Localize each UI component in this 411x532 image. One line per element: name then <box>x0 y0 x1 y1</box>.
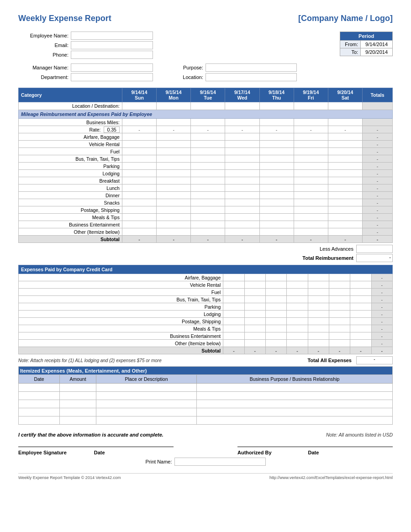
itemized-col-purpose: Business Purpose / Business Relationship <box>197 375 393 384</box>
row-parking2: Parking- <box>19 303 393 311</box>
col-thu: 9/18/14Thu <box>259 88 294 102</box>
signature-section: Employee Signature Date Authorized By Da… <box>18 447 393 455</box>
itemized-row-5 <box>19 416 393 425</box>
row-vehicle1: Vehicle Rental- <box>19 141 393 148</box>
miles-thu[interactable] <box>259 119 294 126</box>
manager-name-row: Manager Name: <box>18 63 153 72</box>
loc-tue[interactable] <box>191 102 225 110</box>
col-totals: Totals <box>363 88 393 102</box>
period-header: Period <box>340 32 393 41</box>
phone-input[interactable] <box>71 51 153 59</box>
itemized-row-3 <box>19 400 393 408</box>
certify-section: I certify that the above information is … <box>18 432 393 437</box>
col-mon: 9/15/14Mon <box>157 88 191 102</box>
miles-fri[interactable] <box>294 119 328 126</box>
manager-input[interactable] <box>71 63 153 72</box>
itemized-header-row: Itemized Expenses (Meals, Entertainment,… <box>19 367 393 375</box>
email-input[interactable] <box>71 41 153 49</box>
row-parking1: Parking- <box>19 163 393 170</box>
footer-left: Weekly Expense Report Template © 2014 Ve… <box>18 475 121 480</box>
location-input[interactable] <box>206 73 297 81</box>
itemized-row-1 <box>19 384 393 392</box>
row-meals2: Meals & Tips- <box>19 325 393 332</box>
total-reimbursement-row: Total Reimbursement - <box>18 254 393 262</box>
purpose-row: Purpose: <box>171 63 297 72</box>
email-row: Email: <box>18 41 153 49</box>
col-wed: 9/17/14Wed <box>225 88 259 102</box>
col-category: Category <box>19 88 122 102</box>
purpose-input[interactable] <box>206 63 297 72</box>
footer-right: http://www.vertex42.com/ExcelTemplates/e… <box>269 475 393 480</box>
rate-wed: - <box>225 126 259 133</box>
location-dest-row: Location / Destination: <box>19 102 393 110</box>
row-other1: Other (Itemize below)- <box>19 228 393 236</box>
row-bus2: Bus, Train, Taxi, Tips- <box>19 296 393 303</box>
less-advances-label: Less Advances <box>320 246 353 252</box>
rate-fri: - <box>294 126 328 133</box>
miles-total <box>363 119 393 126</box>
miles-sat[interactable] <box>328 119 362 126</box>
print-name-label: Print Name: <box>145 459 172 464</box>
miles-sun[interactable] <box>122 119 156 126</box>
row-lodging2: Lodging- <box>19 311 393 318</box>
loc-sat[interactable] <box>328 102 362 110</box>
row-lodging1: Lodging- <box>19 170 393 177</box>
rate-cell: Rate: 0.35 <box>19 126 122 133</box>
from-value[interactable]: 9/14/2014 <box>361 41 393 48</box>
itemized-header-cell: Itemized Expenses (Meals, Entertainment,… <box>19 367 393 375</box>
col-fri: 9/19/14Fri <box>294 88 328 102</box>
location-row: Location: <box>171 73 297 81</box>
less-advances-input[interactable] <box>356 245 393 253</box>
totals-note-row: Note: Attach receipts for (1) ALL lodgin… <box>18 356 393 364</box>
col-tue: 9/16/14Tue <box>191 88 225 102</box>
department-input[interactable] <box>71 73 153 81</box>
itemized-col-date: Date <box>19 375 60 384</box>
loc-mon[interactable] <box>157 102 191 110</box>
loc-sun[interactable] <box>122 102 156 110</box>
miles-mon[interactable] <box>157 119 191 126</box>
loc-thu[interactable] <box>259 102 294 110</box>
total-reimbursement-value: - <box>356 254 393 262</box>
row-other2: Other (Itemize below)- <box>19 340 393 347</box>
rate-value: 0.35 <box>104 126 119 133</box>
subtotal1-label: Subtotal <box>19 236 122 243</box>
business-miles-row: Business Miles: <box>19 119 393 126</box>
auth-sig-line <box>237 447 393 447</box>
to-value[interactable]: 9/20/2014 <box>361 48 393 56</box>
print-name-row: Print Name: <box>18 458 393 466</box>
col-sun: 9/14/14Sun <box>122 88 156 102</box>
section1-header-cell: Mileage Reimbursement and Expenses Paid … <box>19 110 393 119</box>
page-header: Weekly Expense Report [Company Name / Lo… <box>18 14 393 23</box>
itemized-col-headers: Date Amount Place or Description Busines… <box>19 375 393 384</box>
row-meals1: Meals & Tips- <box>19 214 393 221</box>
row-bizent1: Business Entertainment- <box>19 221 393 228</box>
auth-by-label: Authorized By <box>237 450 272 455</box>
email-label: Email: <box>18 42 68 48</box>
employee-info: Employee Name: Email: Phone: <box>18 32 153 59</box>
total-all-label: Total All Expenses <box>307 358 352 363</box>
certify-text: I certify that the above information is … <box>18 432 163 437</box>
miles-wed[interactable] <box>225 119 259 126</box>
itemized-row-4 <box>19 408 393 416</box>
loc-wed[interactable] <box>225 102 259 110</box>
loc-fri[interactable] <box>294 102 328 110</box>
rate-label: Rate: <box>89 127 100 132</box>
from-label: From: <box>340 41 361 48</box>
section2-table: Expenses Paid by Company Credit Card Air… <box>18 265 393 354</box>
note-usd: Note: All amounts listed in USD <box>326 432 393 437</box>
manager-info: Manager Name: Department: <box>18 63 153 81</box>
section2-header-row: Expenses Paid by Company Credit Card <box>19 265 393 274</box>
manager-section: Manager Name: Department: Purpose: Locat… <box>18 63 393 81</box>
loc-total <box>363 102 393 110</box>
purpose-section: Purpose: Location: <box>171 63 297 81</box>
rate-row: Rate: 0.35 - - - - - - - - <box>19 126 393 133</box>
miles-tue[interactable] <box>191 119 225 126</box>
print-name-input[interactable] <box>174 458 266 466</box>
less-advances-row: Less Advances <box>18 245 393 253</box>
employee-name-input[interactable] <box>71 32 153 40</box>
row-postage2: Postage, Shipping- <box>19 318 393 325</box>
subtotal2-row: Subtotal - - - - - - - - <box>19 347 393 354</box>
location-label: Location: <box>171 74 203 80</box>
total-all-value: - <box>356 356 393 364</box>
department-row: Department: <box>18 73 153 81</box>
